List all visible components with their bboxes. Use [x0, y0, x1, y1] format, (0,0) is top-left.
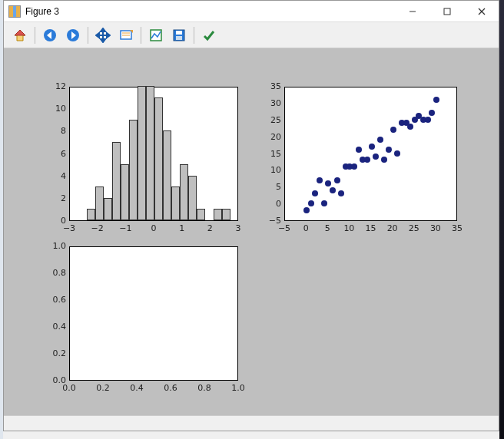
histogram-bar — [222, 209, 230, 220]
scatter-point — [356, 147, 362, 153]
home-button[interactable] — [10, 25, 30, 45]
tick-label: 6 — [43, 149, 66, 159]
subplot-empty — [69, 246, 238, 381]
tick-label: 3 — [236, 223, 241, 233]
tick-label: 10 — [343, 223, 354, 233]
close-icon — [478, 8, 486, 15]
titlebar: Figure 3 — [4, 1, 499, 22]
zoom-button[interactable] — [116, 25, 136, 45]
tick-label: 1.0 — [43, 241, 66, 251]
histogram-bar — [112, 142, 121, 220]
tick-label: 2 — [207, 223, 213, 233]
histogram-bar — [188, 176, 197, 220]
histogram-bar — [154, 97, 163, 220]
tick-label: 5 — [325, 223, 330, 233]
scatter-point — [312, 190, 318, 196]
scatter-point — [386, 147, 392, 153]
subplots-icon — [148, 28, 164, 43]
scatter-point — [325, 180, 331, 186]
tick-label: 0.8 — [197, 383, 211, 393]
tick-label: 25 — [258, 115, 281, 125]
scatter-point — [377, 137, 383, 143]
tick-label: 0.8 — [43, 268, 66, 278]
tick-label: 35 — [258, 81, 281, 91]
svg-marker-5 — [15, 30, 25, 35]
toolbar-separator — [88, 27, 88, 44]
histogram-bar — [129, 120, 138, 220]
histogram-bar — [87, 209, 95, 220]
scatter-point — [317, 177, 323, 183]
statusbar — [4, 415, 499, 431]
scatter-point — [433, 97, 439, 103]
tick-label: −2 — [91, 223, 104, 233]
scatter-point — [334, 177, 340, 183]
forward-button[interactable] — [63, 25, 83, 45]
tick-label: 12 — [43, 81, 66, 91]
scatter-point — [308, 200, 314, 206]
maximize-icon — [443, 8, 451, 15]
scatter-point — [330, 187, 336, 193]
histogram-bar — [121, 164, 129, 220]
svg-marker-14 — [96, 33, 99, 38]
svg-marker-12 — [101, 28, 105, 31]
histogram-bar — [163, 130, 171, 220]
configure-subplots-button[interactable] — [146, 25, 166, 45]
figure-canvas[interactable]: 121086420−3−2−1012335302520151050−5−5051… — [4, 48, 499, 415]
svg-marker-13 — [101, 39, 105, 42]
tick-label: 8 — [43, 126, 66, 136]
pan-button[interactable] — [93, 25, 113, 45]
save-icon — [171, 28, 187, 43]
apply-button[interactable] — [199, 25, 219, 45]
tick-label: 15 — [258, 149, 281, 159]
subplot-scatter — [284, 87, 457, 221]
back-button[interactable] — [40, 25, 60, 45]
tick-label: 20 — [387, 223, 398, 233]
svg-rect-23 — [176, 36, 182, 40]
app-icon — [8, 5, 21, 18]
scatter-point — [373, 153, 379, 160]
zoom-icon — [118, 28, 134, 43]
tick-label: −1 — [119, 223, 131, 233]
scatter-point — [394, 150, 400, 157]
histogram-bar — [214, 209, 222, 220]
tick-label: 1 — [179, 223, 184, 233]
scatter-point — [369, 144, 375, 150]
tick-label: 0.4 — [43, 322, 66, 332]
tick-label: 0.2 — [96, 383, 110, 393]
tick-label: 0.4 — [130, 383, 144, 393]
tick-label: 20 — [258, 132, 281, 142]
tick-label: 25 — [409, 223, 419, 233]
tick-label: 4 — [43, 171, 66, 181]
tick-label: −5 — [278, 223, 290, 233]
tick-label: 10 — [258, 165, 281, 175]
scatter-point — [364, 157, 370, 163]
scatter-point — [390, 127, 396, 133]
tick-label: 0 — [151, 223, 157, 233]
home-icon — [12, 28, 28, 43]
close-button[interactable] — [464, 1, 499, 22]
window-title: Figure 3 — [25, 6, 59, 17]
histogram-bar — [146, 86, 154, 220]
arrow-left-icon — [42, 28, 58, 43]
scatter-point — [321, 200, 327, 206]
arrow-right-icon — [65, 28, 81, 43]
tick-label: 0 — [258, 199, 281, 209]
tick-label: −3 — [63, 223, 75, 233]
pan-icon — [95, 28, 111, 43]
histogram-bar — [95, 186, 104, 220]
minimize-icon — [409, 8, 416, 15]
subplot-histogram — [69, 87, 238, 221]
svg-marker-15 — [107, 33, 110, 38]
histogram-bar — [138, 86, 146, 220]
tick-label: 15 — [366, 223, 376, 233]
figure-window: Figure 3 — [3, 0, 499, 431]
minimize-button[interactable] — [395, 1, 429, 22]
save-button[interactable] — [169, 25, 189, 45]
tick-label: 1.0 — [231, 383, 245, 393]
histogram-bar — [197, 209, 205, 220]
tick-label: 30 — [430, 223, 441, 233]
scatter-point — [407, 124, 413, 130]
maximize-button[interactable] — [429, 1, 464, 22]
tick-label: 0.6 — [43, 295, 66, 305]
tick-label: 30 — [258, 98, 281, 108]
